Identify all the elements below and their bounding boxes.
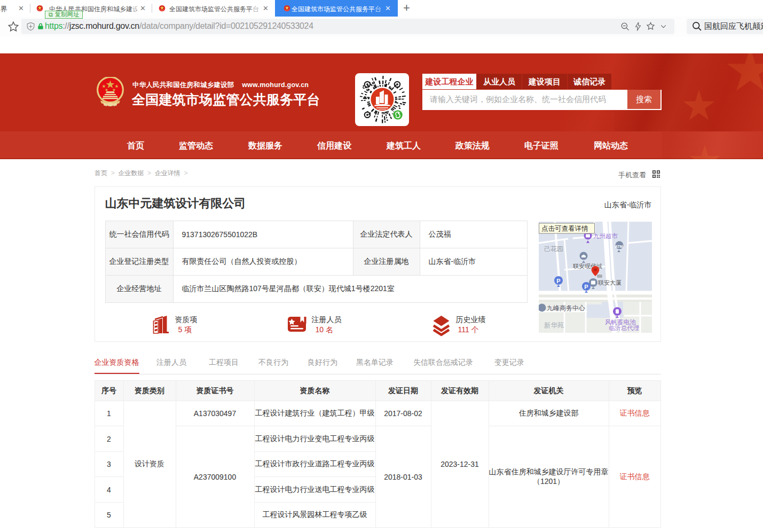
svg-text:九州超市: 九州超市 xyxy=(593,233,618,239)
svg-text:ATM: ATM xyxy=(615,245,623,248)
svg-text:新华苑: 新华苑 xyxy=(544,322,564,329)
svg-text:点击可查看详情: 点击可查看详情 xyxy=(541,225,588,232)
svg-text:临沂总代理: 临沂总代理 xyxy=(609,325,640,331)
svg-text:P: P xyxy=(556,278,560,284)
svg-text:P: P xyxy=(584,284,588,290)
svg-text:联安大厦: 联安大厦 xyxy=(598,279,622,286)
svg-text:九峰商务中心: 九峰商务中心 xyxy=(547,304,585,312)
svg-text:己花园: 己花园 xyxy=(544,245,563,253)
